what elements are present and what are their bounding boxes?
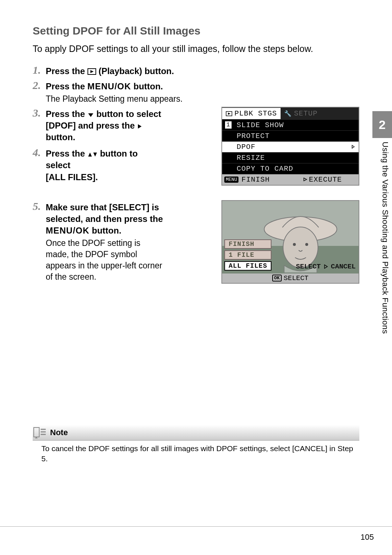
step-desc: The Playback Setting menu appears.: [46, 93, 359, 105]
camera-status-bar: MENU FINISH EXECUTE: [222, 174, 359, 185]
camera-dpof-screenshot: FINISH1 FILEALL FILES SELECT CANCEL OK S…: [221, 200, 359, 284]
bottom-label: SELECT: [284, 274, 309, 282]
note-section: Note To cancel the DPOF settings for all…: [33, 425, 359, 464]
camera-menu-item: COPY TO CARD: [222, 163, 359, 174]
note-label: Note: [50, 428, 68, 437]
cancel-label: CANCEL: [331, 263, 356, 271]
tab-setup: 🔧 SETUP: [281, 108, 321, 119]
svg-marker-2: [88, 113, 93, 117]
camera-menu-item: DPOF: [222, 142, 359, 153]
text: [ALL FILES].: [46, 172, 98, 182]
note-body: To cancel the DPOF settings for all stil…: [33, 441, 359, 464]
step-title: Press the button to select [ALL FILES].: [46, 148, 163, 183]
step-title: Make sure that [SELECT] is selected, and…: [46, 202, 163, 237]
note-header: Note: [33, 425, 359, 441]
tab-label: SETUP: [294, 109, 318, 118]
svg-marker-7: [228, 113, 230, 115]
text: Press the: [46, 66, 87, 76]
execute-label: EXECUTE: [303, 175, 342, 184]
text: button to select: [96, 109, 161, 119]
step-title: Press the MENU/OK button.: [46, 81, 359, 92]
dpof-option: ALL FILES: [224, 261, 271, 271]
svg-marker-14: [324, 265, 327, 268]
svg-marker-9: [304, 178, 307, 181]
tab-plbk-stgs: PLBK STGS: [222, 108, 281, 119]
camera-tabs: PLBK STGS 🔧 SETUP: [222, 108, 359, 120]
ok-badge: OK: [272, 275, 282, 281]
step-number: 3.: [33, 107, 46, 143]
step-number: 5.: [33, 200, 46, 283]
step-3-4-row: 3. Press the button to select [DPOF] and…: [33, 107, 359, 186]
text: button.: [89, 226, 121, 235]
text: selected, and then press the: [46, 214, 163, 224]
camera-menu-item: PROTECT: [222, 131, 359, 142]
right-arrow-icon: [351, 145, 355, 149]
svg-marker-3: [138, 124, 142, 129]
dpof-option: FINISH: [224, 239, 271, 249]
step-title: Press the (Playback) button.: [46, 65, 359, 77]
step-number: 2.: [33, 79, 46, 91]
svg-marker-5: [93, 153, 97, 157]
svg-marker-1: [90, 70, 94, 73]
right-triangle-icon: [324, 264, 328, 269]
text: Press the: [46, 81, 87, 91]
up-down-triangle-icon: [87, 151, 98, 157]
text: Make sure that [SELECT] is: [46, 202, 159, 212]
svg-rect-15: [34, 428, 39, 437]
camera-menu-item: 1SLIDE SHOW: [222, 120, 359, 131]
manual-page: Setting DPOF for All Still Images To app…: [0, 0, 392, 555]
step-list: 1. Press the (Playback) button. 2. Press…: [33, 64, 359, 284]
menu-ok-label: MENU/OK: [87, 81, 131, 91]
menu-badge: MENU: [224, 177, 238, 183]
wrench-icon: 🔧: [284, 110, 292, 117]
text: button.: [46, 132, 75, 142]
playback-icon: [226, 111, 232, 116]
finish-label: FINISH: [241, 175, 270, 184]
chapter-tab: 2: [372, 111, 392, 138]
section-heading: Setting DPOF for All Still Images: [33, 25, 359, 37]
camera-menu-item: RESIZE: [222, 153, 359, 163]
svg-marker-4: [88, 153, 92, 157]
step-title: Press the button to select [DPOF] and pr…: [46, 108, 163, 143]
tab-label: PLBK STGS: [234, 109, 277, 118]
playback-icon: [87, 68, 96, 75]
text: Press the: [46, 109, 87, 119]
text: [DPOF] and press the: [46, 121, 137, 130]
select-label: SELECT: [296, 263, 320, 271]
page-number: 105: [360, 532, 374, 542]
menu-ok-label: MENU/OK: [46, 226, 89, 235]
text: (Playback) button.: [98, 66, 174, 76]
camera-menu-screenshot: PLBK STGS 🔧 SETUP 1SLIDE SHOWPROTECTDPOF…: [221, 107, 359, 186]
intro-text: To apply DPOF settings to all your still…: [33, 43, 359, 55]
down-triangle-icon: [87, 113, 94, 118]
dpof-options-left: FINISH1 FILEALL FILES: [224, 239, 271, 271]
step-desc: Once the DPOF setting is made, the DPOF …: [46, 238, 163, 283]
footer-divider: [0, 526, 392, 527]
camera-menu-list: 1SLIDE SHOWPROTECTDPOFRESIZECOPY TO CARD: [222, 120, 359, 174]
dpof-option: 1 FILE: [224, 250, 271, 260]
chapter-label: Using the Various Shooting and Playback …: [380, 142, 390, 334]
svg-point-13: [305, 243, 308, 246]
step-5-row: 5. Make sure that [SELECT] is selected, …: [33, 200, 359, 284]
step-2: 2. Press the MENU/OK button. The Playbac…: [33, 79, 359, 104]
text: button.: [131, 81, 163, 91]
step-1: 1. Press the (Playback) button.: [33, 64, 359, 77]
svg-point-12: [293, 243, 296, 246]
page-badge: 1: [225, 121, 232, 129]
dpof-bottom-bar: OK SELECT: [222, 274, 359, 283]
right-triangle-icon: [137, 123, 142, 129]
svg-point-11: [283, 227, 318, 268]
step-number: 4.: [33, 146, 46, 183]
svg-marker-8: [352, 145, 354, 148]
note-icon: [33, 426, 47, 439]
step-number: 1.: [33, 64, 46, 76]
text: Press the: [46, 149, 87, 158]
dpof-options-right: SELECT CANCEL: [296, 263, 356, 271]
